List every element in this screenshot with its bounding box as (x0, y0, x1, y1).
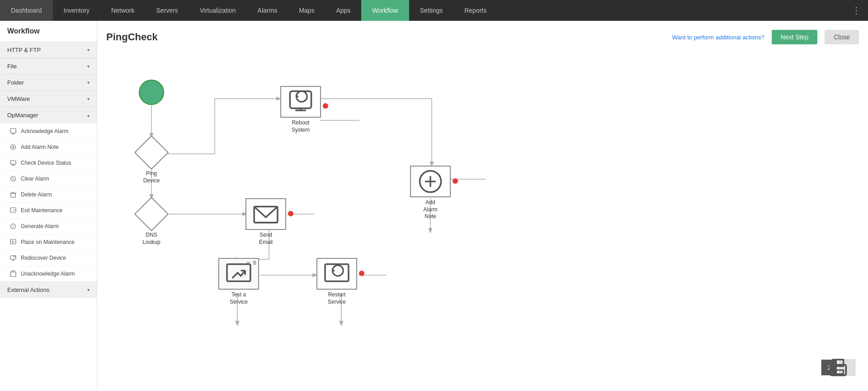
add-alarm-note-red-dot (453, 178, 458, 184)
clear-alarm-icon (9, 175, 17, 183)
svg-point-47 (420, 171, 441, 192)
sidebar-item-delete-alarm-label: Delete Alarm (21, 191, 52, 198)
unacknowledge-icon (9, 270, 17, 278)
workflow-connections-svg (106, 53, 859, 379)
add-alarm-note-node[interactable]: AddAlarmNote (410, 166, 451, 220)
sidebar-item-acknowledge-alarm-label: Acknowledge Alarm (21, 128, 68, 134)
chevron-up-icon: ▴ (87, 113, 90, 118)
add-alarm-note-label: AddAlarmNote (423, 199, 437, 220)
test-service-node[interactable]: ✏ 🗑 Test aService (218, 258, 259, 305)
alarm-icon (9, 127, 17, 135)
restart-service-red-dot (359, 271, 364, 276)
ping-device-node[interactable]: PingDevice (136, 137, 167, 184)
dns-lookup-diamond (134, 197, 169, 231)
sidebar-item-clear-alarm-label: Clear Alarm (21, 176, 49, 182)
sidebar-category-http-ftp[interactable]: HTTP & FTP ▾ (0, 42, 97, 58)
send-email-label: SendEmail (259, 232, 273, 246)
svg-rect-6 (10, 161, 16, 164)
nav-network[interactable]: Network (100, 0, 145, 21)
note-icon (9, 143, 17, 151)
nav-dashboard[interactable]: Dashboard (0, 0, 53, 21)
sidebar-item-acknowledge-alarm[interactable]: Acknowledge Alarm (0, 123, 97, 139)
sidebar-item-unacknowledge-alarm-label: Unacknowledge Alarm (21, 271, 75, 277)
dns-lookup-label: DNSLookup (142, 232, 160, 246)
nav-inventory[interactable]: Inventory (53, 0, 101, 21)
nav-more-icon[interactable]: ⋮ (844, 5, 868, 16)
svg-rect-19 (10, 239, 16, 244)
svg-rect-25 (10, 272, 16, 277)
svg-rect-51 (325, 264, 349, 281)
send-email-node[interactable]: SendEmail (245, 198, 286, 246)
device-icon (9, 159, 17, 167)
rediscover-icon (9, 254, 17, 262)
sidebar-category-opmanager[interactable]: OpManager ▴ (0, 107, 97, 123)
sidebar-item-exit-maintenance-label: Exit Maintenance (21, 207, 62, 214)
sidebar-item-exit-maintenance[interactable]: Exit Maintenance (0, 202, 97, 218)
chevron-down-icon: ▾ (87, 287, 90, 292)
ping-device-label: PingDevice (143, 170, 160, 184)
sidebar-category-external-actions-label: External Actions (7, 286, 49, 293)
svg-rect-0 (10, 129, 16, 133)
sidebar-category-opmanager-label: OpManager (7, 112, 38, 119)
generate-alarm-icon (9, 222, 17, 230)
reboot-system-red-dot (323, 103, 328, 109)
nav-virtualization[interactable]: Virtualization (189, 0, 247, 21)
sidebar-item-delete-alarm[interactable]: Delete Alarm (0, 186, 97, 202)
reboot-system-label: RebootSystem (292, 119, 310, 134)
nav-maps[interactable]: Maps (288, 0, 325, 21)
layers-badge-button[interactable]: 2 (821, 359, 837, 376)
top-navigation: Dashboard Inventory Network Servers Virt… (0, 0, 868, 21)
sidebar-item-check-device-status[interactable]: Check Device Status (0, 155, 97, 171)
svg-rect-50 (227, 264, 250, 281)
ping-device-diamond (134, 135, 169, 170)
sidebar-item-place-on-maintenance[interactable]: Place on Maintenance (0, 234, 97, 250)
edit-icon[interactable]: ✏ (246, 260, 250, 266)
page-title: PingCheck (106, 31, 665, 43)
chevron-down-icon: ▾ (87, 80, 90, 85)
sidebar-item-check-device-status-label: Check Device Status (21, 160, 71, 166)
delete-icon[interactable]: 🗑 (252, 260, 257, 266)
sidebar-category-http-ftp-label: HTTP & FTP (7, 47, 41, 53)
nav-reports[interactable]: Reports (453, 0, 497, 21)
svg-rect-46 (254, 207, 278, 223)
sidebar-category-file[interactable]: File ▾ (0, 58, 97, 74)
sidebar-item-rediscover-device[interactable]: Rediscover Device (0, 250, 97, 266)
content-header: PingCheck Want to perform additional act… (106, 30, 859, 44)
svg-rect-22 (10, 256, 16, 259)
svg-line-10 (12, 178, 14, 180)
svg-point-18 (13, 227, 14, 228)
next-step-button[interactable]: Next Step (772, 30, 817, 44)
nav-apps[interactable]: Apps (325, 0, 361, 21)
sidebar-item-generate-alarm-label: Generate Alarm (21, 223, 59, 229)
start-circle[interactable] (139, 80, 164, 105)
nav-workflow[interactable]: Workflow (361, 0, 409, 21)
start-node (139, 80, 164, 105)
sidebar-item-add-alarm-note[interactable]: Add Alarm Note (0, 139, 97, 155)
svg-rect-40 (290, 91, 311, 108)
reboot-system-node[interactable]: RebootSystem (280, 86, 321, 134)
close-button[interactable]: Close (825, 30, 859, 44)
sidebar: Workflow HTTP & FTP ▾ File ▾ Folder ▾ VM… (0, 21, 97, 391)
sidebar-item-unacknowledge-alarm[interactable]: Unacknowledge Alarm (0, 266, 97, 281)
delete-alarm-icon (9, 191, 17, 199)
sidebar-category-vmware[interactable]: VMWare ▾ (0, 91, 97, 107)
print-button[interactable] (839, 359, 855, 376)
sidebar-category-folder-label: Folder (7, 79, 24, 86)
nav-settings[interactable]: Settings (409, 0, 454, 21)
chevron-down-icon: ▾ (87, 96, 90, 101)
bottom-toolbar: 2 (817, 356, 859, 379)
nav-servers[interactable]: Servers (145, 0, 189, 21)
workflow-canvas: PingDevice RebootSystem (106, 53, 859, 379)
sidebar-item-generate-alarm[interactable]: Generate Alarm (0, 218, 97, 234)
nav-alarms[interactable]: Alarms (247, 0, 288, 21)
restart-service-node[interactable]: RestartService (316, 258, 357, 305)
chevron-down-icon: ▾ (87, 64, 90, 69)
restart-service-label: RestartService (328, 291, 346, 305)
sidebar-item-add-alarm-note-label: Add Alarm Note (21, 144, 59, 150)
dns-lookup-node[interactable]: DNSLookup (136, 198, 167, 246)
sidebar-category-external-actions[interactable]: External Actions ▾ (0, 281, 97, 298)
sidebar-category-file-label: File (7, 63, 17, 70)
sidebar-category-folder[interactable]: Folder ▾ (0, 74, 97, 91)
action-hint-text: Want to perform additional actions? (672, 34, 764, 41)
sidebar-item-clear-alarm[interactable]: Clear Alarm (0, 171, 97, 186)
